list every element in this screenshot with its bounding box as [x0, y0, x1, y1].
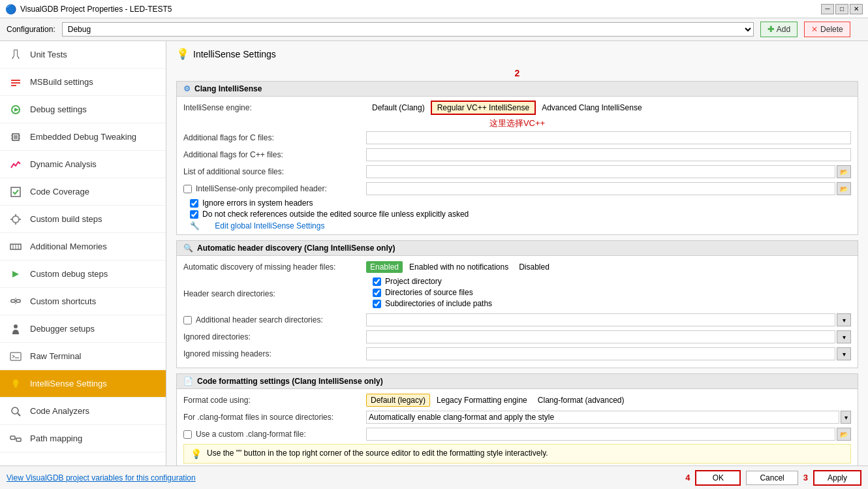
- ignored-dirs-input[interactable]: [366, 330, 835, 343]
- sidebar-item-msbuild[interactable]: MSBuild settings: [0, 69, 166, 96]
- engine-option-vc[interactable]: Regular VC++ IntelliSense: [431, 101, 536, 115]
- source-dirs-checkbox[interactable]: [373, 289, 381, 297]
- source-files-label: List of additional source files:: [183, 167, 366, 176]
- precompiled-row: IntelliSense-only precompiled header: 📂: [183, 181, 851, 196]
- precompiled-input[interactable]: [366, 182, 835, 195]
- right-panel: 💡 IntelliSense Settings 2 ⚙ Clang Intell…: [166, 41, 868, 465]
- source-files-input[interactable]: [366, 165, 835, 178]
- sidebar-item-custom-shortcuts[interactable]: Custom shortcuts: [0, 288, 166, 315]
- engine-option-advanced[interactable]: Advanced Clang IntelliSense: [536, 101, 647, 115]
- sidebar-item-label: Custom debug steps: [30, 269, 108, 279]
- sidebar-item-dynamic-analysis[interactable]: Dynamic Analysis: [0, 151, 166, 178]
- delete-button[interactable]: ✕ Delete: [804, 22, 850, 37]
- clang-icon: ⚙: [183, 84, 191, 93]
- source-files-browse-btn[interactable]: 📂: [837, 165, 851, 178]
- sidebar-item-intellisense[interactable]: IntelliSense Settings: [0, 370, 166, 398]
- ignored-dirs-chevron[interactable]: ▾: [837, 330, 851, 343]
- precompiled-browse-btn[interactable]: 📂: [837, 182, 851, 195]
- edit-settings-row: 🔧 Edit global IntelliSense Settings: [183, 221, 851, 230]
- info-bulb-icon: 💡: [191, 449, 202, 459]
- chinese-annotation: 这里选择VC++: [183, 118, 851, 129]
- config-select[interactable]: Debug: [62, 22, 754, 37]
- svg-rect-34: [16, 438, 21, 441]
- fmt-option-clang-format[interactable]: Clang-format (advanced): [534, 394, 628, 406]
- sidebar: Unit Tests MSBuild settings Debug settin…: [0, 41, 166, 465]
- bottom-bar: View VisualGDB project variables for thi…: [0, 465, 868, 489]
- additional-search-input[interactable]: [366, 313, 835, 326]
- ignore-errors-checkbox[interactable]: [190, 199, 198, 208]
- subdirs-checkbox[interactable]: [373, 300, 381, 308]
- c-flags-input[interactable]: [366, 131, 851, 144]
- bulb-icon: [8, 376, 23, 392]
- ignored-missing-input[interactable]: [366, 347, 835, 360]
- debugger-icon: [8, 321, 23, 337]
- format-label: Format code using:: [183, 396, 366, 405]
- svg-rect-0: [11, 80, 20, 81]
- apply-button[interactable]: Apply: [813, 470, 861, 486]
- sidebar-item-custom-debug-steps[interactable]: Custom debug steps: [0, 260, 166, 288]
- sidebar-item-additional-memories[interactable]: Additional Memories: [0, 233, 166, 260]
- additional-search-chevron[interactable]: ▾: [837, 313, 851, 326]
- custom-clang-browse-btn[interactable]: 📂: [837, 428, 851, 441]
- path-icon: [8, 431, 23, 447]
- ignore-errors-row: Ignore errors in system headers: [183, 198, 851, 208]
- minimize-button[interactable]: ─: [821, 4, 834, 14]
- build-icon: [8, 212, 23, 227]
- disc-option-enabled-no-notif[interactable]: Enabled with no notifications: [405, 261, 512, 273]
- main-content: Unit Tests MSBuild settings Debug settin…: [0, 41, 868, 465]
- fmt-option-legacy[interactable]: Legacy Formatting engine: [433, 394, 531, 406]
- sidebar-item-label: Additional Memories: [30, 242, 107, 251]
- precompiled-label: IntelliSense-only precompiled header:: [196, 184, 327, 193]
- sidebar-item-embedded-debug[interactable]: Embedded Debug Tweaking: [0, 123, 166, 151]
- memory-icon: [8, 239, 23, 255]
- precompiled-checkbox[interactable]: [183, 185, 192, 193]
- engine-selector: Default (Clang) Regular VC++ IntelliSens…: [366, 101, 851, 115]
- cancel-button[interactable]: Cancel: [746, 471, 798, 485]
- custom-clang-input[interactable]: [366, 428, 835, 441]
- code-formatting-group: 📄 Code formatting settings (Clang Intell…: [176, 373, 858, 465]
- project-dir-checkbox[interactable]: [373, 277, 381, 286]
- clang-format-chevron[interactable]: ▾: [841, 411, 851, 424]
- sidebar-item-path-mapping[interactable]: Path mapping: [0, 425, 166, 452]
- additional-search-control: ▾: [366, 313, 851, 326]
- analyzer-icon: [8, 403, 23, 419]
- clang-format-input[interactable]: Automatically enable clang-format and ap…: [366, 411, 839, 424]
- svg-line-32: [18, 413, 20, 416]
- project-variables-link[interactable]: View VisualGDB project variables for thi…: [7, 473, 196, 482]
- edit-icon: 🔧: [190, 221, 200, 230]
- close-button[interactable]: ✕: [850, 4, 863, 14]
- fmt-option-default[interactable]: Default (legacy): [366, 394, 430, 407]
- discovery-options: Enabled Enabled with no notifications Di…: [366, 261, 851, 273]
- no-check-refs-checkbox[interactable]: [190, 210, 198, 219]
- sidebar-item-label: Path mapping: [30, 434, 82, 443]
- ok-button[interactable]: OK: [695, 470, 741, 486]
- custom-clang-checkbox[interactable]: [183, 430, 192, 439]
- section-header: 💡 IntelliSense Settings: [176, 48, 858, 60]
- sidebar-item-debug-settings[interactable]: Debug settings: [0, 96, 166, 123]
- disc-option-enabled[interactable]: Enabled: [366, 261, 403, 273]
- engine-row: IntelliSense engine: Default (Clang) Reg…: [183, 101, 851, 115]
- edit-settings-link[interactable]: Edit global IntelliSense Settings: [202, 221, 324, 230]
- svg-point-28: [13, 379, 18, 386]
- sidebar-item-unit-tests[interactable]: Unit Tests: [0, 41, 166, 69]
- sidebar-item-code-coverage[interactable]: Code Coverage: [0, 178, 166, 206]
- ignored-missing-chevron[interactable]: ▾: [837, 347, 851, 360]
- additional-search-checkbox[interactable]: [183, 316, 192, 324]
- clang-format-label: For .clang-format files in source direct…: [183, 413, 366, 422]
- c-flags-label: Additional flags for C files:: [183, 133, 366, 142]
- maximize-button[interactable]: □: [835, 4, 848, 14]
- custom-clang-row: Use a custom .clang-format file: 📂: [183, 427, 851, 441]
- cpp-flags-input[interactable]: [366, 148, 851, 161]
- disc-option-disabled[interactable]: Disabled: [515, 261, 553, 273]
- shortcut-icon: [8, 294, 23, 309]
- sidebar-item-code-analyzers[interactable]: Code Analyzers: [0, 398, 166, 425]
- header-checkboxes: Project directory Directories of source …: [366, 277, 492, 310]
- config-label: Configuration:: [7, 25, 55, 34]
- engine-option-default[interactable]: Default (Clang): [366, 101, 431, 115]
- sidebar-item-custom-build-steps[interactable]: Custom build steps: [0, 206, 166, 233]
- svg-rect-23: [16, 300, 20, 302]
- add-button[interactable]: ✚ Add: [760, 22, 798, 37]
- sidebar-item-raw-terminal[interactable]: Raw Terminal: [0, 343, 166, 370]
- sidebar-item-debugger-setups[interactable]: Debugger setups: [0, 315, 166, 343]
- sidebar-item-label: Code Coverage: [30, 187, 89, 197]
